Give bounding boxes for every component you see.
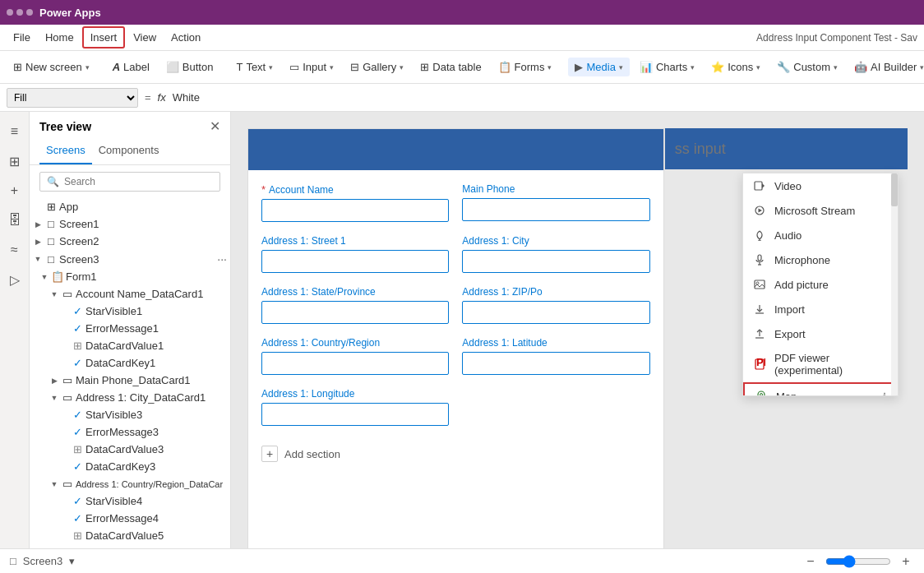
expand-icon-city: ▼ — [49, 394, 59, 402]
media-dropdown-menu: Video Microsoft Stream — [742, 173, 899, 396]
toolbar-media[interactable]: ▶ Media ▾ — [568, 58, 629, 76]
menu-insert[interactable]: Insert — [82, 26, 126, 49]
nav-icon-media[interactable]: ▷ — [2, 266, 28, 293]
tree-item-starvisible1[interactable]: ✓ StarVisible1 — [30, 303, 230, 320]
tab-components[interactable]: Components — [92, 141, 166, 164]
toolbar-label[interactable]: A Label — [106, 58, 156, 76]
toolbar-button[interactable]: ⬜ Button — [159, 58, 220, 76]
tree-item-city-dc[interactable]: ▼ ▭ Address 1: City_DataCard1 — [30, 389, 230, 406]
zoom-plus-button[interactable]: + — [898, 554, 914, 569]
search-box: 🔍 — [39, 172, 220, 192]
formula-input[interactable] — [173, 88, 917, 108]
toolbar-text[interactable]: T Text ▾ — [229, 58, 280, 76]
an-icon: ▭ — [61, 288, 74, 300]
field-input-city[interactable] — [462, 250, 649, 273]
dropdown-item-video[interactable]: Video — [743, 173, 898, 198]
toolbar-icons[interactable]: ⭐ Icons ▾ — [705, 58, 767, 76]
menu-home[interactable]: Home — [39, 28, 81, 47]
dropdown-item-export-label: Export — [774, 328, 806, 340]
tree-item-datacardkey1[interactable]: ✓ DataCardKey1 — [30, 354, 230, 372]
dropdown-item-microphone[interactable]: Microphone — [743, 247, 898, 272]
tree-item-country-dc[interactable]: ▼ ▭ Address 1: Country/Region_DataCar — [30, 475, 230, 492]
dropdown-item-stream[interactable]: Microsoft Stream — [743, 198, 898, 223]
toolbar-ai-builder[interactable]: 🤖 AI Builder ▾ — [848, 58, 924, 76]
dropdown-item-stream-label: Microsoft Stream — [774, 205, 855, 217]
tree-item-errormessage1[interactable]: ✓ ErrorMessage1 — [30, 320, 230, 337]
tree-item-errormessage3[interactable]: ✓ ErrorMessage3 — [30, 423, 230, 441]
tree-item-datacardkey3[interactable]: ✓ DataCardKey3 — [30, 458, 230, 475]
gallery-label: Gallery — [363, 61, 396, 73]
toolbar-charts[interactable]: 📊 Charts ▾ — [633, 58, 701, 76]
form-row-5: Address 1: Longitude — [261, 388, 650, 426]
dropdown-item-audio[interactable]: Audio — [743, 223, 898, 247]
screen-name: Screen3 — [23, 555, 62, 567]
menu-file[interactable]: File — [7, 28, 37, 47]
dropdown-item-export[interactable]: Export — [743, 321, 898, 346]
tree-item-screen1[interactable]: ▶ □ Screen1 — [30, 215, 230, 233]
nav-icon-menu[interactable]: ≡ — [2, 118, 28, 145]
tab-screens[interactable]: Screens — [39, 141, 92, 164]
add-section-button[interactable]: + Add section — [261, 439, 650, 469]
tree-content: ⊞ App ▶ □ Screen1 ▶ □ Screen2 ▼ □ Screen… — [30, 198, 230, 548]
nav-icon-variables[interactable]: ≈ — [2, 237, 28, 263]
chevron-down-icon: ▾ — [85, 63, 90, 72]
tree-item-datacardvalue5[interactable]: ⊞ DataCardValue5 — [30, 527, 230, 544]
expand-icon-an: ▼ — [49, 290, 59, 298]
field-input-street1[interactable] — [261, 250, 449, 273]
tree-item-app[interactable]: ⊞ App — [30, 198, 230, 215]
tree-item-errormessage4[interactable]: ✓ ErrorMessage4 — [30, 510, 230, 527]
dropdown-item-add-picture[interactable]: Add picture — [743, 272, 898, 297]
tree-item-datacardvalue3[interactable]: ⊞ DataCardValue3 — [30, 441, 230, 458]
tree-item-mainphone-dc[interactable]: ▶ ▭ Main Phone_DataCard1 — [30, 372, 230, 389]
field-label-street1: Address 1: Street 1 — [261, 235, 449, 247]
field-input-main-phone[interactable] — [462, 198, 649, 221]
dropdown-item-map[interactable]: Map ℹ — [743, 382, 898, 395]
toolbar-gallery[interactable]: ⊟ Gallery ▾ — [344, 58, 410, 76]
field-input-account-name[interactable] — [261, 199, 449, 222]
zoom-minus-button[interactable]: − — [802, 554, 819, 569]
zoom-slider[interactable] — [825, 555, 891, 568]
form-field-empty — [462, 388, 649, 426]
field-input-zip[interactable] — [462, 301, 649, 324]
toolbar-forms[interactable]: 📋 Forms ▾ — [492, 58, 559, 76]
sidebar-tabs: Screens Components — [30, 141, 230, 165]
tree-item-starvisible4[interactable]: ✓ StarVisible4 — [30, 492, 230, 510]
tree-item-account-name-dc[interactable]: ▼ ▭ Account Name_DataCard1 — [30, 285, 230, 303]
sidebar-close-button[interactable]: ✕ — [210, 118, 220, 134]
dropdown-item-import[interactable]: Import — [743, 297, 898, 321]
right-panel-input[interactable] — [675, 141, 898, 158]
tree-item-screen2[interactable]: ▶ □ Screen2 — [30, 233, 230, 250]
menu-view[interactable]: View — [127, 28, 163, 47]
dropdown-item-pdf[interactable]: PDF PDF viewer (experimental) — [743, 346, 898, 382]
menu-action[interactable]: Action — [164, 28, 207, 47]
field-input-state[interactable] — [261, 301, 449, 324]
screen-icon: □ — [10, 555, 16, 567]
chevron-down-icon-9: ▾ — [834, 63, 838, 72]
toolbar-datatable[interactable]: ⊞ Data table — [413, 58, 487, 76]
nav-icon-data[interactable]: 🗄 — [2, 207, 28, 233]
tree-item-screen3[interactable]: ▼ □ Screen3 ··· — [30, 250, 230, 268]
tree-label-sv4: StarVisible4 — [85, 495, 227, 507]
audio-icon — [753, 229, 766, 242]
nav-icon-plus[interactable]: + — [2, 178, 28, 204]
tree-item-datacardvalue1[interactable]: ⊞ DataCardValue1 — [30, 337, 230, 354]
title-dot-2 — [16, 9, 23, 16]
toolbar-custom[interactable]: 🔧 Custom ▾ — [770, 58, 844, 76]
tree-item-starvisible3[interactable]: ✓ StarVisible3 — [30, 406, 230, 423]
search-input[interactable] — [64, 176, 213, 187]
toolbar-input[interactable]: ▭ Input ▾ — [283, 58, 340, 76]
tree-label-dck3: DataCardKey3 — [85, 460, 227, 473]
expand-icon-screen2: ▶ — [33, 238, 43, 246]
tree-item-form1[interactable]: ▼ 📋 Form1 — [30, 268, 230, 285]
app-title: Power Apps — [39, 7, 101, 19]
toolbar-new-screen[interactable]: ⊞ New screen ▾ — [7, 58, 96, 76]
field-input-country[interactable] — [261, 352, 449, 375]
nav-icon-layers[interactable]: ⊞ — [2, 148, 28, 174]
sidebar: Tree view ✕ Screens Components 🔍 ⊞ App ▶… — [30, 112, 231, 548]
field-input-latitude[interactable] — [462, 352, 649, 375]
chevron-down-icon-3: ▾ — [330, 63, 334, 72]
svg-point-10 — [756, 282, 759, 284]
property-selector[interactable]: Fill — [7, 88, 138, 108]
field-input-longitude[interactable] — [261, 403, 449, 426]
tree-more-icon[interactable]: ··· — [217, 252, 227, 266]
